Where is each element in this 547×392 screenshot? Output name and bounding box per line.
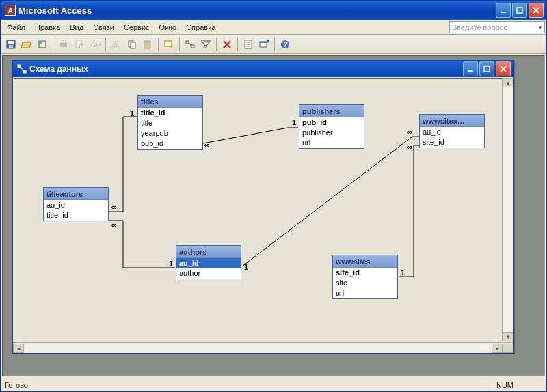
close-button[interactable] — [529, 3, 544, 18]
svg-rect-0 — [501, 12, 506, 13]
open-icon[interactable] — [19, 37, 34, 52]
table-publishers[interactable]: publishers pub_id publisher url — [299, 104, 364, 149]
menu-service[interactable]: Сервис — [119, 22, 155, 33]
relationship-icon — [17, 64, 27, 74]
toolbar: ABC + ▾ ? — [1, 35, 546, 54]
scroll-left-icon[interactable]: ◂ — [13, 344, 24, 353]
scroll-right-icon[interactable]: ▸ — [492, 344, 503, 353]
table-field[interactable]: title_id — [44, 210, 108, 221]
svg-rect-32 — [23, 70, 26, 73]
paste-icon — [140, 37, 155, 52]
table-field[interactable]: publisher — [299, 128, 364, 138]
rel-titlebar[interactable]: Схема данных — [13, 61, 513, 77]
table-field[interactable]: site_id — [420, 137, 484, 148]
svg-text:∞: ∞ — [407, 128, 412, 136]
menu-file[interactable]: Файл — [2, 22, 30, 33]
svg-rect-31 — [18, 65, 21, 68]
table-header[interactable]: titles — [138, 96, 202, 108]
table-authors[interactable]: authors au_id author — [176, 245, 241, 279]
scroll-track[interactable] — [503, 87, 513, 332]
svg-rect-21 — [191, 45, 194, 48]
main-window: A Microsoft Access Файл Правка Вид Связи… — [0, 0, 547, 392]
table-header[interactable]: titleautors — [44, 188, 108, 200]
rel-canvas[interactable]: ∞ 1 ∞ 1 ∞ 1 ∞ 1 ∞ 1 — [14, 78, 513, 341]
relationship-window[interactable]: Схема данных ∞ 1 ∞ 1 — [12, 60, 514, 354]
table-field[interactable]: au_id — [176, 258, 241, 268]
table-field[interactable]: au_id — [420, 127, 484, 137]
show-direct-icon[interactable] — [183, 37, 198, 52]
table-field[interactable]: title — [138, 118, 202, 128]
table-header[interactable]: authors — [176, 246, 241, 258]
cut-icon — [109, 37, 124, 52]
print-preview-icon — [72, 37, 87, 52]
menu-help[interactable]: Справка — [181, 22, 220, 33]
menubar: Файл Правка Вид Связи Сервис Окно Справк… — [1, 20, 546, 35]
table-field[interactable]: site_id — [333, 268, 397, 278]
scrollbar-vertical[interactable]: ▴ ▾ — [502, 78, 513, 341]
copy-icon[interactable] — [124, 37, 139, 52]
table-field[interactable]: au_id — [44, 200, 108, 210]
minimize-button[interactable] — [496, 3, 511, 18]
table-titleautors[interactable]: titleautors au_id title_id — [43, 187, 109, 221]
menu-view[interactable]: Вид — [65, 22, 88, 33]
mdi-area: Схема данных ∞ 1 ∞ 1 — [2, 55, 545, 376]
table-field[interactable]: url — [333, 288, 397, 298]
table-header[interactable]: wwwsites — [333, 255, 397, 268]
svg-rect-23 — [208, 40, 210, 42]
show-all-icon[interactable] — [198, 37, 213, 52]
scroll-track[interactable] — [24, 344, 492, 353]
menu-edit[interactable]: Правка — [30, 22, 65, 33]
svg-text:?: ? — [284, 41, 288, 48]
titlebar[interactable]: A Microsoft Access — [1, 1, 546, 20]
svg-rect-9 — [76, 40, 81, 48]
table-field[interactable]: author — [176, 268, 241, 279]
svg-rect-27 — [260, 42, 267, 43]
svg-text:1: 1 — [292, 118, 296, 126]
save-icon[interactable] — [3, 37, 18, 52]
rel-close-button[interactable] — [496, 61, 511, 76]
svg-rect-1 — [517, 8, 522, 13]
table-titles[interactable]: titles title_id title yearpub pub_id — [137, 95, 203, 150]
rel-window-title: Схема данных — [29, 64, 463, 74]
scroll-corner — [503, 344, 513, 353]
app-title: Microsoft Access — [18, 5, 496, 16]
svg-rect-6 — [39, 41, 42, 44]
table-header[interactable]: wwwsitea… — [420, 115, 484, 127]
new-object-icon[interactable]: ▾ — [256, 37, 271, 52]
rel-maximize-button[interactable] — [479, 61, 494, 76]
table-field[interactable]: yearpub — [138, 128, 202, 139]
table-wwwsites[interactable]: wwwsites site_id site url — [332, 255, 398, 299]
add-table-icon[interactable]: + — [161, 37, 176, 52]
svg-rect-3 — [8, 41, 14, 44]
svg-rect-20 — [186, 41, 189, 44]
properties-icon[interactable] — [241, 37, 256, 52]
print-area-icon[interactable] — [35, 37, 50, 52]
svg-text:1: 1 — [169, 260, 173, 268]
svg-rect-33 — [468, 70, 473, 72]
menu-relations[interactable]: Связи — [88, 22, 119, 33]
delete-icon[interactable] — [219, 37, 235, 52]
help-question-placeholder: Введите вопрос — [452, 23, 507, 31]
svg-rect-34 — [484, 66, 490, 72]
scroll-up-icon[interactable]: ▴ — [503, 78, 513, 87]
status-ready: Готово — [5, 381, 28, 389]
menu-window[interactable]: Окно — [155, 22, 182, 33]
status-num: NUM — [488, 381, 522, 389]
help-question-input[interactable]: Введите вопрос ▾ — [449, 21, 545, 33]
maximize-button[interactable] — [512, 3, 527, 18]
svg-rect-17 — [146, 40, 149, 42]
help-icon[interactable]: ? — [278, 37, 293, 52]
print-icon — [56, 37, 71, 52]
scrollbar-horizontal[interactable]: ◂ ▸ — [13, 342, 513, 353]
table-field[interactable]: site — [333, 278, 397, 288]
table-field[interactable]: title_id — [138, 108, 202, 118]
table-wwwsitea[interactable]: wwwsitea… au_id site_id — [419, 114, 485, 148]
svg-rect-24 — [204, 46, 206, 48]
table-field[interactable]: url — [299, 138, 364, 148]
rel-minimize-button[interactable] — [463, 61, 478, 76]
table-header[interactable]: publishers — [299, 105, 364, 117]
table-field[interactable]: pub_id — [138, 139, 202, 149]
scroll-down-icon[interactable]: ▾ — [503, 332, 513, 341]
table-field[interactable]: pub_id — [299, 117, 364, 128]
svg-text:∞: ∞ — [111, 221, 117, 229]
